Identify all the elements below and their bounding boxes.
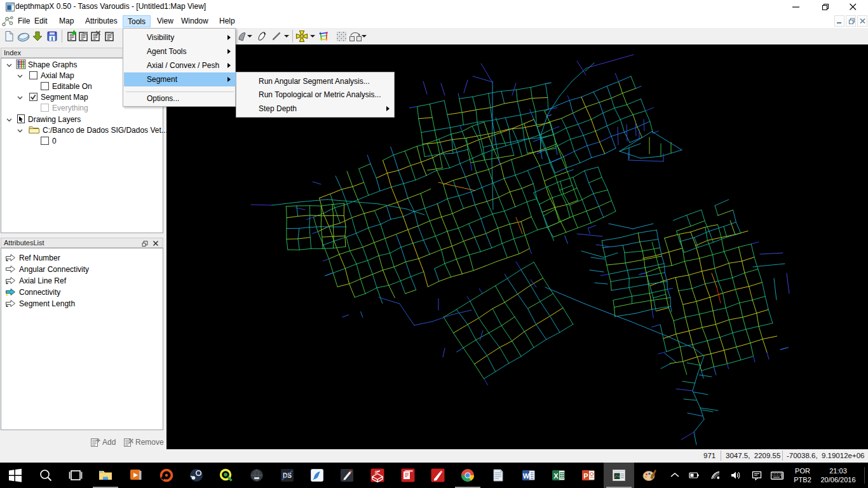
svg-text:P: P	[583, 472, 588, 480]
svg-text:X: X	[553, 472, 559, 480]
svg-text:W: W	[523, 472, 530, 480]
